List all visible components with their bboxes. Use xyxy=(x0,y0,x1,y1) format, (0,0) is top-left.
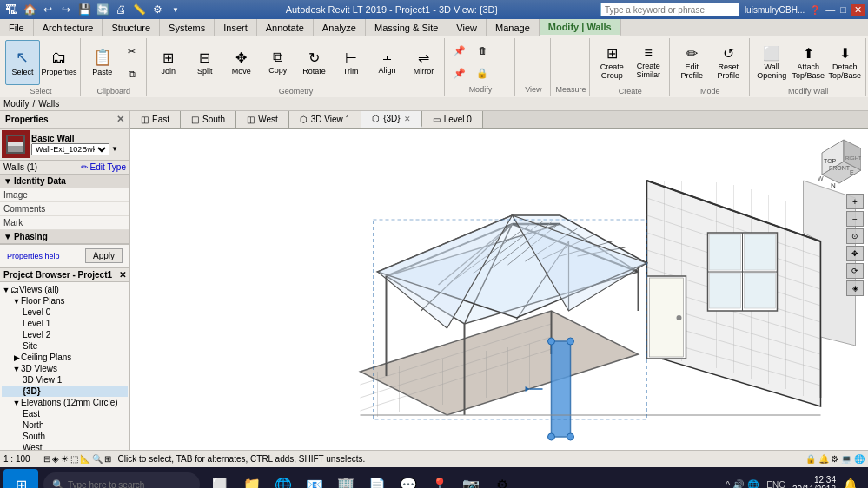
zoom-in-btn[interactable]: + xyxy=(846,194,864,209)
pb-views-all[interactable]: ▼ 🗂 Views (all) xyxy=(2,284,128,295)
pb-level1[interactable]: Level 1 xyxy=(2,318,128,329)
properties-close-btn[interactable]: ✕ xyxy=(116,114,124,125)
pin-button[interactable]: 📌 xyxy=(449,40,470,61)
qa-open-btn[interactable]: 🏠 xyxy=(22,2,37,17)
zoom-fit-btn[interactable]: ⊙ xyxy=(846,228,864,244)
copy2-button[interactable]: ⧉ Copy xyxy=(261,40,295,85)
maximize-btn[interactable]: □ xyxy=(840,4,846,15)
taskbar-app-teams[interactable]: 💬 xyxy=(394,471,422,488)
taskbar-app-maps[interactable]: 📍 xyxy=(426,471,454,488)
view-cube[interactable]: FRONT TOP RIGHT N W E xyxy=(805,135,861,192)
reset-profile-button[interactable]: ↺ ResetProfile xyxy=(711,40,745,85)
join-button[interactable]: ⊞ Join xyxy=(151,40,186,85)
tab-view[interactable]: View xyxy=(447,19,487,36)
vc-icon5[interactable]: 📐 xyxy=(80,454,90,464)
properties-help-link[interactable]: Properties help xyxy=(3,250,63,262)
pb-floor-plans[interactable]: ▼ Floor Plans xyxy=(2,295,128,307)
pb-north[interactable]: North xyxy=(2,419,128,431)
tab-systems[interactable]: Systems xyxy=(160,19,215,36)
taskbar-app-photos[interactable]: 📷 xyxy=(457,471,485,488)
create-similar-button[interactable]: ≡ CreateSimilar xyxy=(631,40,666,85)
viewport-3d[interactable]: FRONT TOP RIGHT N W E + − ⊙ ✥ ⟳ ◈ xyxy=(130,129,868,450)
mirror-button[interactable]: ⇌ Mirror xyxy=(406,40,441,85)
help-btn[interactable]: ❓ xyxy=(810,5,820,15)
tab-level0[interactable]: ▭ Level 0 xyxy=(422,111,483,128)
taskbar-app-mail[interactable]: 📧 xyxy=(301,471,328,488)
tab-manage[interactable]: Manage xyxy=(487,19,540,36)
pb-level2[interactable]: Level 2 xyxy=(2,329,128,340)
tab-east[interactable]: ◫ East xyxy=(130,111,181,128)
taskbar-app-settings[interactable]: ⚙ xyxy=(488,471,516,488)
notification-btn[interactable]: 🔔 xyxy=(843,478,858,488)
orbit-btn[interactable]: ⟳ xyxy=(846,263,864,279)
select-button[interactable]: ↖ Select xyxy=(5,40,40,85)
trim-button[interactable]: ⊢ Trim xyxy=(334,40,368,85)
wall-opening-button[interactable]: ⬜ WallOpening xyxy=(754,40,789,85)
qa-undo-btn[interactable]: ↩ xyxy=(40,2,56,17)
tab-modify-walls[interactable]: Modify | Walls xyxy=(540,19,621,36)
unpin-button[interactable]: 📌 xyxy=(449,63,470,83)
taskbar-search-input[interactable] xyxy=(68,480,191,489)
3d-views-toggle[interactable]: ▼ xyxy=(12,365,21,373)
qa-save-btn[interactable]: 💾 xyxy=(76,2,92,17)
display-style-btn[interactable]: ◈ xyxy=(846,280,864,296)
zoom-out-btn[interactable]: − xyxy=(846,211,864,227)
vc-icon4[interactable]: ⬚ xyxy=(70,454,78,464)
taskbar-search[interactable]: 🔍 xyxy=(43,472,200,488)
3d-current-tab-close[interactable]: ✕ xyxy=(404,115,411,123)
elevations-toggle[interactable]: ▼ xyxy=(12,399,21,407)
vc-icon6[interactable]: 🔍 xyxy=(92,454,103,464)
vc-icon1[interactable]: ⊟ xyxy=(43,454,50,464)
ceiling-plans-toggle[interactable]: ▶ xyxy=(12,353,21,362)
tab-insert[interactable]: Insert xyxy=(215,19,257,36)
align-button[interactable]: ⫠ Align xyxy=(370,40,405,85)
tab-west[interactable]: ◫ West xyxy=(236,111,289,128)
search-input[interactable] xyxy=(600,3,739,16)
minimize-btn[interactable]: — xyxy=(825,4,835,15)
detach-button[interactable]: ⬇ DetachTop/Base xyxy=(827,40,862,85)
delete-button[interactable]: 🗑 xyxy=(472,40,493,61)
pb-3d-current[interactable]: {3D} xyxy=(2,386,128,397)
qa-measure-btn[interactable]: 📏 xyxy=(131,2,147,17)
qa-print-btn[interactable]: 🖨 xyxy=(113,2,129,17)
edit-profile-button[interactable]: ✏ EditProfile xyxy=(674,40,709,85)
vc-icon3[interactable]: ☀ xyxy=(61,454,69,464)
tab-massing[interactable]: Massing & Site xyxy=(366,19,447,36)
tab-architecture[interactable]: Architecture xyxy=(34,19,103,36)
paste-button[interactable]: 📋 Paste xyxy=(85,40,120,85)
qa-sync-btn[interactable]: 🔄 xyxy=(95,2,110,17)
qa-dropdown-btn[interactable]: ▼ xyxy=(168,2,183,17)
taskbar-app-acrobat[interactable]: 📄 xyxy=(363,471,391,488)
create-group-button[interactable]: ⊞ CreateGroup xyxy=(594,40,629,85)
tab-annotate[interactable]: Annotate xyxy=(257,19,314,36)
pb-ceiling-plans[interactable]: ▶ Ceiling Plans xyxy=(2,352,128,363)
attach-top-button[interactable]: ⬆ AttachTop/Base xyxy=(791,40,825,85)
qa-redo-btn[interactable]: ↪ xyxy=(58,2,74,17)
tab-file[interactable]: File xyxy=(0,19,34,36)
move-button[interactable]: ✥ Move xyxy=(224,40,259,85)
tab-3d-current[interactable]: ⬡ {3D} ✕ xyxy=(361,111,421,128)
start-button[interactable]: ⊞ xyxy=(3,469,38,488)
split-button[interactable]: ⊟ Split xyxy=(188,40,222,85)
floor-plans-toggle[interactable]: ▼ xyxy=(12,297,21,306)
wall-subtype-dropdown[interactable]: Wall-Ext_102Bwk-75Ins-100... xyxy=(31,143,109,155)
cut-button[interactable]: ✂ xyxy=(122,41,142,62)
pb-south[interactable]: South xyxy=(2,431,128,442)
close-btn[interactable]: ✕ xyxy=(851,4,865,16)
task-view-btn[interactable]: ⬜ xyxy=(205,471,233,488)
lock-button[interactable]: 🔒 xyxy=(472,63,493,83)
views-all-toggle[interactable]: ▼ xyxy=(2,286,10,294)
pb-site[interactable]: Site xyxy=(2,340,128,352)
rotate-button[interactable]: ↻ Rotate xyxy=(297,40,332,85)
pb-west[interactable]: West xyxy=(2,442,128,450)
project-browser-close[interactable]: ✕ xyxy=(119,270,126,280)
pb-east[interactable]: East xyxy=(2,408,128,419)
taskbar-app-browser[interactable]: 🌐 xyxy=(269,471,297,488)
pb-elevations[interactable]: ▼ Elevations (12mm Circle) xyxy=(2,397,128,408)
tab-analyze[interactable]: Analyze xyxy=(314,19,366,36)
qa-settings-btn[interactable]: ⚙ xyxy=(149,2,165,17)
pb-3d-views[interactable]: ▼ 3D Views xyxy=(2,363,128,374)
apply-button[interactable]: Apply xyxy=(85,248,123,263)
properties-button[interactable]: 🗂 Properties xyxy=(42,40,76,85)
copy-button[interactable]: ⧉ xyxy=(122,63,142,84)
